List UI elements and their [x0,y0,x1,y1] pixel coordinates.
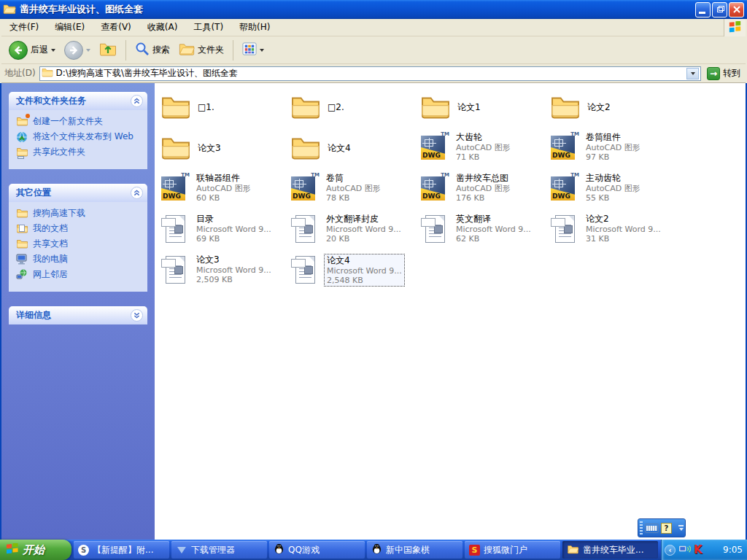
search-label: 搜索 [152,44,170,56]
network-icon [16,269,28,280]
file-label[interactable]: 卷筒组件AutoCAD 图形 97 KB [584,131,643,163]
sidebar-item-0-0[interactable]: 创建一个新文件夹 [16,116,143,127]
file-label[interactable]: □1. [196,101,217,114]
views-icon [242,42,257,58]
file-label[interactable]: 论文2 [585,101,613,114]
sidebar-panel-title: 文件和文件夹任务 [16,95,86,107]
file-label[interactable]: 英文翻译Microsoft Word 9... 62 KB [454,213,533,244]
sidebar-item-1-4[interactable]: 网上邻居 [16,269,143,280]
file-item[interactable]: TMDWG 主动齿轮AutoCAD 图形 55 KB [550,172,680,213]
restore-button[interactable] [712,2,727,18]
file-item[interactable]: TMDWG 凿井绞车总图AutoCAD 图形 176 KB [420,172,550,213]
hide-icons-chevron-icon[interactable]: ‹ [665,545,676,556]
taskbar-task-4[interactable]: S搜狐微门户 [465,541,560,559]
kaspersky-tray-icon[interactable]: K [694,545,703,556]
file-label[interactable]: 论文4 [325,142,353,155]
menu-item-1[interactable]: 编辑(E) [47,19,93,35]
sidebar-item-1-3[interactable]: 我的电脑 [16,254,143,265]
file-item[interactable]: 论文4Microsoft Word 9... 2,548 KB [290,254,420,295]
file-item[interactable]: TMDWG 卷筒组件AutoCAD 图形 97 KB [550,131,680,172]
taskbar: 开始 S【新提醒】附... 下载管理器 QQ游戏 新中国象棋 S搜狐微门户 凿井… [0,540,747,560]
forward-button[interactable] [61,39,93,61]
language-bar-minimize-icon[interactable] [678,525,684,526]
file-item[interactable]: 论文3Microsoft Word 9... 2,509 KB [160,254,290,295]
taskbar-task-5[interactable]: 凿井绞车毕业... [562,541,658,559]
sidebar-item-0-2[interactable]: 共享此文件夹 [16,147,143,158]
menu-item-0[interactable]: 文件(F) [1,19,47,35]
file-label[interactable]: 论文2Microsoft Word 9... 31 KB [584,213,663,244]
file-label[interactable]: 卷筒AutoCAD 图形 78 KB [324,172,383,203]
file-label-selected[interactable]: 论文4Microsoft Word 9... 2,548 KB [324,254,405,287]
chevron-down-icon[interactable] [131,309,143,322]
file-item[interactable]: 英文翻译Microsoft Word 9... 62 KB [420,213,550,254]
close-button[interactable] [729,2,744,18]
back-button[interactable]: 后退 [6,39,58,61]
file-item[interactable]: TMDWG 联轴器组件AutoCAD 图形 60 KB [160,172,290,213]
chevron-up-icon[interactable] [131,95,143,107]
menu-item-4[interactable]: 工具(T) [185,19,231,35]
sidebar-item-1-0[interactable]: 搜狗高速下载 [16,208,143,219]
file-item[interactable]: 外文翻译封皮Microsoft Word 9... 20 KB [290,213,420,254]
back-label: 后退 [31,44,48,56]
sidebar-panel-0: 文件和文件夹任务 创建一个新文件夹 将这个文件夹发布到 Web 共享此文件夹 [9,92,147,169]
file-size: 2,548 KB [327,276,402,285]
sidebar-item-1-2[interactable]: 共享文档 [16,238,143,249]
back-history-chevron-icon[interactable] [51,49,55,52]
chevron-up-icon[interactable] [131,187,143,199]
file-item[interactable]: 论文2 [550,90,680,124]
file-label[interactable]: 主动齿轮AutoCAD 图形 55 KB [584,172,643,203]
sharing-hand-icon [18,156,24,159]
folder-icon [290,134,321,160]
address-dropdown-button[interactable] [686,68,699,79]
start-button[interactable]: 开始 [0,540,71,560]
sidebar-panel-header-1[interactable]: 其它位置 [9,184,147,202]
file-name: 论文2 [586,214,661,225]
sogou-notify-icon: S [78,545,89,556]
file-item[interactable]: 论文1 [420,90,550,124]
file-label[interactable]: 论文3Microsoft Word 9... 2,509 KB [194,254,274,285]
file-label[interactable]: 论文1 [455,101,483,114]
address-input[interactable] [56,69,686,79]
help-icon[interactable]: ? [661,523,672,534]
file-item[interactable]: □2. [290,90,420,124]
views-button[interactable] [239,41,267,59]
sidebar-item-0-1[interactable]: 将这个文件夹发布到 Web [16,131,143,142]
taskbar-task-0[interactable]: S【新提醒】附... [74,541,169,559]
file-item[interactable]: TMDWG 大齿轮AutoCAD 图形 71 KB [420,131,550,172]
folders-button[interactable]: 文件夹 [176,40,227,60]
file-label[interactable]: 大齿轮AutoCAD 图形 71 KB [454,131,513,163]
keyboard-icon[interactable] [645,524,659,533]
sidebar-panel-header-2[interactable]: 详细信息 [9,306,147,324]
sidebar-item-1-1[interactable]: 我的文档 [16,223,143,234]
file-item[interactable]: 论文2Microsoft Word 9... 31 KB [550,213,680,254]
file-label[interactable]: 凿井绞车总图AutoCAD 图形 176 KB [454,172,513,203]
folder-icon [160,93,191,120]
minimize-button[interactable] [695,2,711,18]
language-bar-grip[interactable] [640,521,643,534]
file-label[interactable]: 联轴器组件AutoCAD 图形 60 KB [194,172,253,203]
search-button[interactable]: 搜索 [132,40,173,60]
menu-item-5[interactable]: 帮助(H) [231,19,278,35]
taskbar-task-1[interactable]: 下载管理器 [171,541,267,559]
file-item[interactable]: TMDWG 卷筒AutoCAD 图形 78 KB [290,172,420,213]
file-label[interactable]: □2. [325,101,347,114]
sidebar-panel-header-0[interactable]: 文件和文件夹任务 [9,92,147,110]
file-item[interactable]: 目录Microsoft Word 9... 69 KB [160,213,290,254]
file-item[interactable]: 论文4 [290,131,420,165]
taskbar-task-2[interactable]: QQ游戏 [269,541,365,559]
sparkle-icon [26,114,30,118]
file-item[interactable]: 论文3 [160,131,290,165]
file-label[interactable]: 目录Microsoft Word 9... 69 KB [194,213,274,244]
language-bar-options-chevron-icon[interactable] [679,528,684,531]
file-label[interactable]: 论文3 [196,142,223,155]
up-button[interactable] [96,39,120,61]
go-button[interactable]: → 转到 [705,66,743,81]
menu-item-3[interactable]: 收藏(A) [139,19,186,35]
file-item[interactable]: □1. [160,90,290,124]
menu-item-2[interactable]: 查看(V) [93,19,139,35]
main-area: 文件和文件夹任务 创建一个新文件夹 将这个文件夹发布到 Web 共享此文件夹 其… [0,83,747,540]
network-status-icon[interactable] [678,543,691,556]
taskbar-task-3[interactable]: 新中国象棋 [367,541,462,559]
file-label[interactable]: 外文翻译封皮Microsoft Word 9... 20 KB [324,213,403,244]
file-size: 176 KB [456,193,511,203]
